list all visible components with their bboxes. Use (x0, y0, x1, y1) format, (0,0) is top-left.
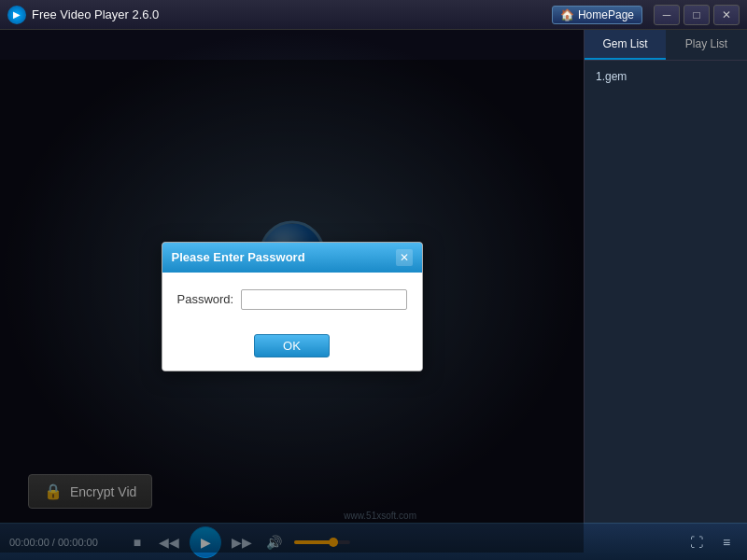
dialog-close-button[interactable]: ✕ (396, 249, 413, 266)
video-area: Free 🔒 Encrypt Vid Please Enter Password… (0, 30, 584, 523)
app-icon-symbol: ▶ (13, 9, 21, 20)
title-text: Free Video Player 2.6.0 (32, 7, 159, 21)
sidebar: Gem List Play List 1.gem (584, 30, 747, 523)
playlist-button[interactable]: ≡ (715, 531, 738, 553)
sidebar-content: 1.gem (585, 61, 747, 523)
home-icon: 🏠 (560, 8, 574, 21)
password-label: Password: (177, 292, 234, 306)
app-icon: ▶ (7, 6, 26, 24)
tab-gem-list[interactable]: Gem List (585, 30, 666, 60)
password-dialog: Please Enter Password ✕ Password: OK (162, 242, 423, 371)
dialog-footer: OK (162, 334, 422, 371)
dialog-title-text: Please Enter Password (172, 250, 305, 264)
title-bar: ▶ Free Video Player 2.6.0 🏠 HomePage ─ □… (0, 0, 747, 30)
password-input[interactable] (241, 289, 407, 310)
homepage-button[interactable]: 🏠 HomePage (552, 6, 642, 24)
modal-overlay: Please Enter Password ✕ Password: OK (0, 60, 584, 553)
password-row: Password: (177, 289, 407, 310)
maximize-button[interactable]: □ (684, 5, 710, 25)
title-left: ▶ Free Video Player 2.6.0 (7, 6, 159, 24)
controls-right: ⛶ ≡ (685, 531, 738, 553)
title-right: 🏠 HomePage ─ □ ✕ (552, 5, 740, 25)
sidebar-tabs: Gem List Play List (585, 30, 747, 61)
minimize-button[interactable]: ─ (654, 5, 680, 25)
list-item[interactable]: 1.gem (590, 66, 741, 87)
dialog-title-bar: Please Enter Password ✕ (162, 243, 422, 273)
main-container: Free 🔒 Encrypt Vid Please Enter Password… (0, 30, 747, 523)
dialog-body: Password: (162, 273, 422, 334)
ok-button[interactable]: OK (254, 334, 330, 357)
close-button[interactable]: ✕ (713, 5, 740, 25)
fullscreen-button[interactable]: ⛶ (685, 531, 708, 553)
tab-play-list[interactable]: Play List (666, 30, 747, 60)
homepage-label: HomePage (578, 8, 634, 21)
